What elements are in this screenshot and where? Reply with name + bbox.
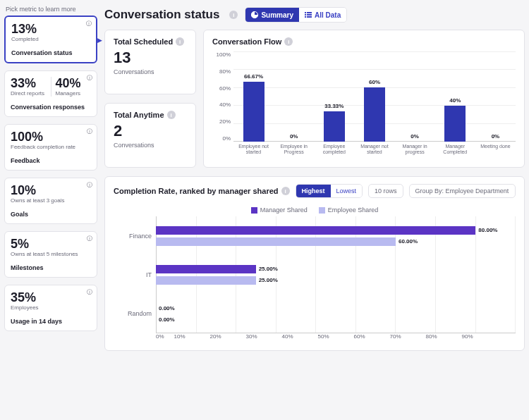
metric-card-conv-resp[interactable]: ⓘ33%Direct reports40%ManagersConversatio… bbox=[4, 70, 97, 117]
x-tick: 40% bbox=[282, 333, 318, 343]
metric-name: Conversation responses bbox=[11, 104, 91, 111]
metric-card-conv-status[interactable]: ⓘ13%CompletedConversation status▶ bbox=[4, 16, 97, 63]
bar-value-label: 25.00% bbox=[259, 266, 278, 272]
flow-bar: 40%Manager Completed bbox=[435, 51, 475, 157]
y-tick: 80% bbox=[219, 68, 231, 75]
metric-name: Goals bbox=[11, 211, 91, 218]
completion-title: Completion Rate, ranked by manager share… bbox=[114, 187, 279, 195]
metric-sub: Managers bbox=[56, 90, 92, 97]
group-by-select[interactable]: Group By: Employee Department bbox=[409, 184, 516, 198]
bar-category-label: Meeting done bbox=[480, 142, 510, 157]
toggle-all-data-label: All Data bbox=[315, 11, 341, 19]
completion-row: 25.00%25.00% bbox=[156, 255, 516, 294]
completion-rate-chart: FinanceITRandom 80.00%60.00%25.00%25.00%… bbox=[114, 216, 516, 343]
bar-value-label: 25.00% bbox=[259, 277, 278, 283]
flow-bar: 66.67%Employee not started bbox=[233, 51, 274, 157]
y-tick: 0% bbox=[222, 135, 231, 142]
info-icon[interactable]: ⓘ bbox=[87, 235, 92, 242]
metric-sub: Direct reports bbox=[11, 90, 47, 97]
x-tick: 90% bbox=[462, 333, 498, 343]
metric-sub: Feedback completion rate bbox=[11, 144, 91, 150]
lowest-button[interactable]: Lowest bbox=[331, 185, 363, 197]
info-icon[interactable]: ⓘ bbox=[87, 288, 92, 296]
highest-button[interactable]: Highest bbox=[296, 185, 331, 197]
bar-value-label: 33.33% bbox=[324, 103, 343, 109]
info-icon[interactable]: ⓘ bbox=[87, 128, 92, 135]
bar-value-label: 60% bbox=[369, 79, 380, 85]
y-tick: 20% bbox=[219, 118, 231, 125]
y-tick: 60% bbox=[219, 85, 231, 92]
completion-bar: 0.00% bbox=[156, 304, 516, 312]
metric-sub: Owns at least 3 goals bbox=[11, 197, 91, 204]
flow-bar: 0%Manager in progress bbox=[395, 51, 435, 157]
toggle-summary-label: Summary bbox=[261, 11, 293, 19]
info-icon[interactable]: i bbox=[176, 37, 184, 46]
metric-value: 10% bbox=[11, 184, 91, 197]
metric-name: Feedback bbox=[11, 157, 91, 164]
stat-scheduled-sub: Conversations bbox=[114, 68, 187, 75]
info-icon[interactable]: i bbox=[281, 187, 290, 195]
caret-right-icon: ▶ bbox=[97, 37, 102, 44]
info-icon[interactable]: ⓘ bbox=[86, 20, 92, 27]
completion-bar: 0.00% bbox=[156, 315, 516, 323]
metric-sidebar: Pick metric to learn more ⓘ13%CompletedC… bbox=[4, 4, 97, 351]
x-tick: 70% bbox=[390, 333, 426, 343]
metric-card-goals[interactable]: ⓘ10%Owns at least 3 goalsGoals bbox=[4, 178, 97, 224]
info-icon[interactable]: ⓘ bbox=[87, 181, 92, 189]
pie-icon bbox=[251, 11, 258, 18]
svg-rect-3 bbox=[305, 14, 306, 16]
metric-sub: Owns at least 5 milestones bbox=[11, 251, 91, 257]
stat-anytime-value: 2 bbox=[114, 123, 187, 139]
toggle-summary[interactable]: Summary bbox=[245, 8, 299, 22]
highest-lowest-toggle: Highest Lowest bbox=[296, 184, 363, 198]
metric-card-usage[interactable]: ⓘ35%EmployeesUsage in 14 days bbox=[4, 285, 97, 331]
y-tick: 100% bbox=[217, 51, 231, 58]
metric-name: Conversation status bbox=[11, 49, 90, 56]
conversation-flow-panel: Conversation Flowi 100%80%60%40%20%0% 66… bbox=[203, 30, 525, 168]
x-tick: 20% bbox=[210, 333, 246, 343]
bar-value-label: 0% bbox=[411, 133, 419, 140]
metric-sub: Employees bbox=[11, 304, 91, 311]
completion-rate-panel: Completion Rate, ranked by manager share… bbox=[104, 176, 525, 351]
info-icon[interactable]: i bbox=[284, 37, 293, 46]
metric-value: 33% bbox=[11, 77, 47, 89]
flow-title: Conversation Flow bbox=[212, 37, 281, 46]
main-panel: Conversation status i Summary All Data bbox=[104, 4, 525, 351]
completion-bar: 25.00% bbox=[156, 265, 516, 273]
completion-bar: 80.00% bbox=[156, 226, 516, 235]
row-label: Finance bbox=[114, 216, 156, 255]
stat-anytime-title: Total Anytime bbox=[114, 111, 164, 119]
bar-value-label: 40% bbox=[449, 97, 461, 104]
stat-scheduled-title: Total Scheduled bbox=[114, 37, 173, 46]
sidebar-hint: Pick metric to learn more bbox=[6, 6, 97, 13]
info-icon[interactable]: ⓘ bbox=[87, 74, 92, 82]
toggle-all-data[interactable]: All Data bbox=[299, 8, 346, 22]
svg-rect-5 bbox=[305, 16, 306, 18]
x-tick: 10% bbox=[174, 333, 210, 343]
stat-scheduled: Total Scheduledi 13 Conversations bbox=[104, 30, 196, 94]
stat-scheduled-value: 13 bbox=[114, 50, 187, 66]
flow-bar: 0%Meeting done bbox=[475, 51, 516, 157]
rows-select[interactable]: 10 rows bbox=[368, 184, 403, 198]
metric-value: 13% bbox=[11, 23, 90, 35]
metric-card-feedback[interactable]: ⓘ100%Feedback completion rateFeedback bbox=[4, 124, 97, 171]
stat-anytime: Total Anytimei 2 Conversations bbox=[104, 103, 196, 168]
completion-legend: Manager Shared Employee Shared bbox=[114, 206, 516, 214]
info-icon[interactable]: i bbox=[167, 111, 176, 119]
metric-sub: Completed bbox=[11, 36, 90, 42]
completion-row: 0.00%0.00% bbox=[156, 295, 516, 333]
swatch-employee bbox=[319, 207, 325, 214]
list-icon bbox=[305, 11, 312, 18]
metric-card-milestones[interactable]: ⓘ5%Owns at least 5 milestonesMilestones bbox=[4, 231, 97, 278]
info-icon[interactable]: i bbox=[229, 11, 238, 19]
flow-bar: 0%Employee in Progress bbox=[274, 51, 314, 157]
svg-rect-6 bbox=[307, 16, 312, 18]
legend-employee: Employee Shared bbox=[328, 206, 379, 214]
flow-bar: 33.33%Employee completed bbox=[314, 51, 354, 157]
stat-anytime-sub: Conversations bbox=[114, 142, 187, 149]
view-toggle: Summary All Data bbox=[245, 7, 347, 23]
bar-value-label: 80.00% bbox=[478, 227, 497, 233]
bar-category-label: Manager in progress bbox=[395, 142, 435, 157]
row-label: Random bbox=[114, 295, 156, 333]
completion-row: 80.00%60.00% bbox=[156, 216, 516, 255]
